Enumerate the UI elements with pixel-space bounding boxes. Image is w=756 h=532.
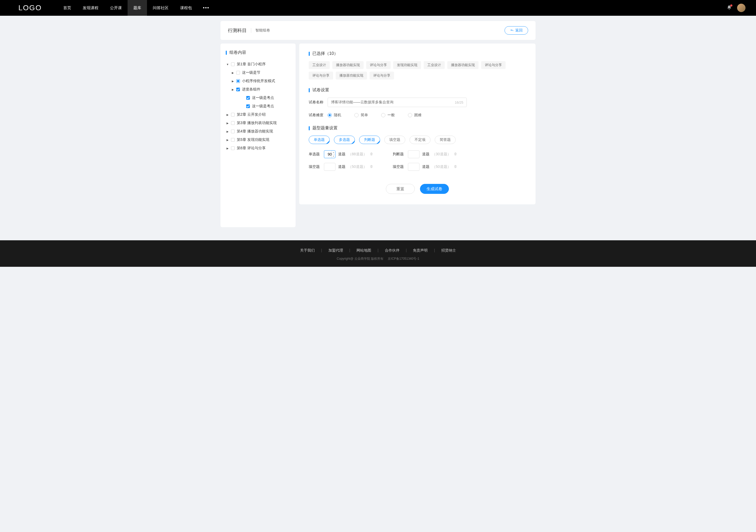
selected-tag[interactable]: 发现功能实现	[393, 61, 421, 69]
qtype-pill[interactable]: 单选题	[309, 136, 330, 144]
reset-button[interactable]: 重置	[386, 184, 415, 194]
spinner-down-icon[interactable]: ▼	[332, 155, 335, 158]
footer-link[interactable]: 免责声明	[407, 248, 434, 253]
nav-item-2[interactable]: 公开课	[104, 0, 127, 16]
radio-label: 困难	[414, 113, 421, 117]
tree-node[interactable]: ▶第4章 播放器功能实现	[226, 127, 290, 136]
selected-tag[interactable]: 评论与分享	[309, 72, 333, 80]
footer-link[interactable]: 招贤纳士	[435, 248, 462, 253]
arrow-right-icon[interactable]: ▶	[226, 122, 230, 125]
tree-label: 第3章 播放列表功能实现	[237, 121, 290, 125]
generate-button[interactable]: 生成试卷	[420, 184, 449, 194]
tree-node[interactable]: ▼第1章 首门小程序	[226, 60, 290, 68]
checkbox[interactable]	[231, 113, 235, 116]
difficulty-radio[interactable]: 简单	[354, 113, 368, 117]
name-input-wrap: 16/25	[328, 98, 467, 107]
tree-node[interactable]: ▶第6章 评论与分享	[226, 144, 290, 152]
qtype-pill[interactable]: 不定项	[410, 136, 430, 144]
back-button[interactable]: 返回	[504, 26, 528, 35]
selected-tag[interactable]: 评论与分享	[366, 61, 391, 69]
tree-node[interactable]: ▶第2章 云开发介绍	[226, 111, 290, 119]
difficulty-radio[interactable]: 随机	[328, 113, 341, 117]
arrow-right-icon[interactable]: ▶	[226, 147, 230, 150]
footer-link[interactable]: 关于我们	[294, 248, 321, 253]
nav-more-icon[interactable]: •••	[198, 5, 215, 11]
qty-input[interactable]	[324, 163, 336, 171]
arrow-down-icon[interactable]: ▼	[226, 63, 230, 66]
tree-node[interactable]: ▶第3章 播放列表功能实现	[226, 119, 290, 127]
arrow-right-icon[interactable]: ▶	[226, 139, 230, 141]
selected-tag[interactable]: 播放器功能实现	[336, 72, 367, 80]
checkbox[interactable]	[246, 104, 250, 108]
selected-title: 已选择（10）	[309, 51, 526, 56]
arrow-right-icon[interactable]: ▶	[226, 113, 230, 116]
tree-node[interactable]: ▶这一级是节	[231, 68, 290, 77]
checkbox[interactable]	[231, 146, 235, 150]
arrow-right-icon[interactable]: ▶	[231, 71, 235, 74]
tree-label: 第2章 云开发介绍	[237, 112, 290, 117]
difficulty-radio[interactable]: 困难	[408, 113, 421, 117]
quantity-grid: 单选题▲▼道题（88道题）判断题道题（30道题）填空题道题（50道题）填空题道题…	[309, 150, 466, 171]
qty-label: 填空题	[393, 165, 405, 169]
footer-link[interactable]: 合作伙伴	[379, 248, 406, 253]
checkbox[interactable]	[236, 79, 240, 83]
top-nav: LOGO 首页发现课程公开课题库问答社区课程包 •••	[0, 0, 756, 16]
nav-item-1[interactable]: 发现课程	[77, 0, 104, 16]
qtype-pill[interactable]: 判断题	[359, 136, 380, 144]
footer-link[interactable]: 网站地图	[350, 248, 377, 253]
checkbox[interactable]	[246, 96, 250, 100]
checkbox[interactable]	[231, 63, 235, 66]
radio-circle-icon	[408, 113, 412, 117]
page-title: 行测科目	[228, 27, 247, 34]
qty-input[interactable]	[408, 150, 419, 158]
name-char-count: 16/25	[455, 100, 463, 104]
checkbox[interactable]	[231, 130, 235, 133]
sidebar-title: 组卷内容	[226, 50, 290, 55]
nav-item-3[interactable]: 题库	[127, 0, 147, 16]
spinner-up-icon[interactable]: ▲	[332, 151, 335, 155]
checkbox[interactable]	[231, 138, 235, 142]
tree-node[interactable]: ▶第5章 发现功能实现	[226, 136, 290, 144]
selected-tag[interactable]: 工业设计	[424, 61, 445, 69]
avatar[interactable]	[737, 4, 745, 12]
tree-label: 进度条组件	[242, 87, 290, 92]
spinner-buttons[interactable]: ▲▼	[332, 151, 335, 158]
nav-item-5[interactable]: 课程包	[174, 0, 198, 16]
tree-label: 第1章 首门小程序	[237, 62, 290, 67]
bell-icon[interactable]	[727, 5, 732, 11]
qtype-pill[interactable]: 填空题	[384, 136, 405, 144]
arrow-right-icon[interactable]: ▶	[231, 80, 235, 83]
arrow-right-icon[interactable]: ▶	[231, 88, 235, 91]
tree-node[interactable]: 这一级是考点	[241, 102, 290, 111]
delete-icon[interactable]	[369, 165, 373, 169]
selected-tag[interactable]: 播放器功能实现	[332, 61, 364, 69]
tree-node[interactable]: 这一级是考点	[241, 94, 290, 102]
selected-tag[interactable]: 工业设计	[309, 61, 330, 69]
tree-node[interactable]: ▶进度条组件	[231, 85, 290, 94]
checkbox[interactable]	[236, 71, 240, 74]
page-subtitle: 智能组卷	[256, 28, 270, 33]
footer-link[interactable]: 加盟代理	[322, 248, 349, 253]
delete-icon[interactable]	[369, 152, 373, 157]
radio-label: 随机	[334, 113, 341, 117]
difficulty-radio[interactable]: 一般	[381, 113, 395, 117]
delete-icon[interactable]	[454, 152, 457, 157]
radio-circle-icon	[354, 113, 359, 117]
tree-node[interactable]: ▶小程序传统开发模式	[231, 77, 290, 85]
delete-icon[interactable]	[454, 165, 457, 169]
checkbox[interactable]	[231, 121, 235, 125]
selected-tag[interactable]: 评论与分享	[481, 61, 505, 69]
paper-name-input[interactable]	[331, 100, 455, 104]
qty-row: 填空题道题（50道题）	[309, 163, 382, 171]
selected-tag[interactable]: 评论与分享	[369, 72, 394, 80]
qty-unit: 道题	[422, 152, 429, 157]
selected-tag[interactable]: 播放器功能实现	[447, 61, 478, 69]
checkbox[interactable]	[236, 88, 240, 91]
nav-item-0[interactable]: 首页	[58, 0, 77, 16]
qtype-pill[interactable]: 多选题	[334, 136, 355, 144]
qty-input[interactable]	[408, 163, 419, 171]
arrow-right-icon[interactable]: ▶	[226, 130, 230, 133]
qtype-pill[interactable]: 简答题	[435, 136, 456, 144]
nav-item-4[interactable]: 问答社区	[147, 0, 174, 16]
undo-icon	[510, 29, 514, 32]
